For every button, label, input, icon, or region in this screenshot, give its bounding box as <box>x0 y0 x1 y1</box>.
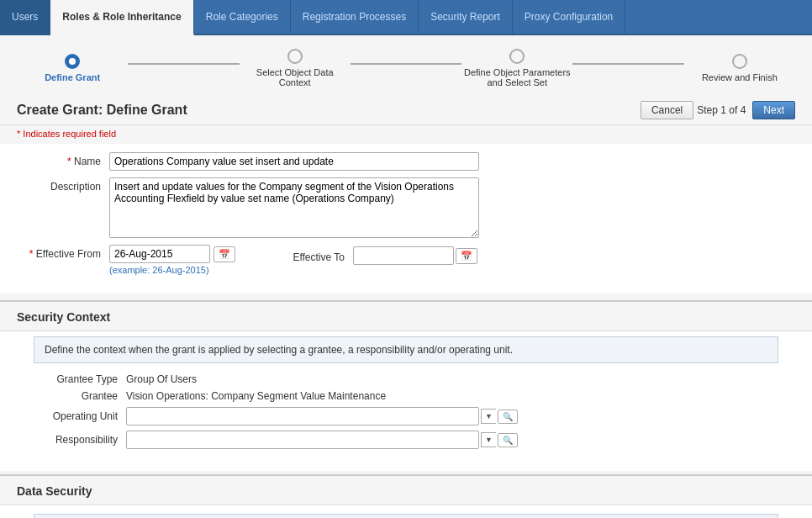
security-context-section-header: Security Context <box>0 300 812 330</box>
name-input[interactable] <box>109 152 479 171</box>
header-actions: Cancel Step 1 of 4 Next <box>641 101 795 119</box>
operating-unit-label: Operating Unit <box>34 410 126 422</box>
responsibility-label: Responsibility <box>34 434 126 446</box>
step-4-label: Review and Finish <box>702 72 778 82</box>
step-1-label: Define Grant <box>45 72 100 82</box>
main-content: Define Grant Select Object Data Context … <box>0 35 812 518</box>
calendar-to-button[interactable]: 📅 <box>456 248 477 264</box>
responsibility-dropdown-btn[interactable]: ▼ <box>481 432 496 447</box>
date-example: (example: 26-Aug-2015) <box>109 265 235 275</box>
wizard-connector-2 <box>351 63 461 65</box>
tab-security-report[interactable]: Security Report <box>419 0 513 34</box>
description-row: Description Insert and update values for… <box>17 177 795 238</box>
operating-unit-row: Operating Unit ▼ 🔍 <box>34 407 778 426</box>
grantee-row: Grantee Vision Operations: Company Segme… <box>34 390 778 402</box>
step-2-circle <box>287 49 303 64</box>
operating-unit-input[interactable] <box>126 407 479 426</box>
responsibility-input-wrapper: ▼ 🔍 <box>126 431 518 449</box>
grantee-type-label: Grantee Type <box>34 373 126 385</box>
wizard-step-4: Review and Finish <box>684 54 795 82</box>
effective-to-group: Effective To 📅 <box>286 245 477 265</box>
operating-unit-search-btn[interactable]: 🔍 <box>498 410 518 424</box>
page-title: Create Grant: Define Grant <box>17 103 187 118</box>
tab-registration[interactable]: Registration Processes <box>291 0 419 34</box>
page-header: Create Grant: Define Grant Cancel Step 1… <box>0 94 812 125</box>
security-context-section: Define the context when the grant is app… <box>0 330 812 471</box>
operating-unit-dropdown-btn[interactable]: ▼ <box>481 409 496 424</box>
data-security-section: To define a data security policy, select… <box>0 505 812 518</box>
effective-from-wrapper: 📅 (example: 26-Aug-2015) <box>109 245 235 275</box>
wizard-steps: Define Grant Select Object Data Context … <box>0 35 812 94</box>
wizard-step-1: Define Grant <box>17 54 128 82</box>
effective-from-input[interactable] <box>109 245 210 263</box>
step-indicator: Step 1 of 4 <box>697 104 746 116</box>
security-context-inner: Define the context when the grant is app… <box>0 331 812 471</box>
effective-from-label: * Effective From <box>17 245 109 260</box>
step-1-circle <box>65 54 80 69</box>
tab-roles[interactable]: Roles & Role Inheritance <box>50 0 193 35</box>
step-2-label: Select Object Data Context <box>240 67 351 87</box>
next-button[interactable]: Next <box>752 101 795 119</box>
context-form: Grantee Type Group Of Users Grantee Visi… <box>17 370 795 462</box>
grantee-label: Grantee <box>34 390 126 402</box>
data-security-info: To define a data security policy, select… <box>34 514 778 518</box>
name-required-star: * <box>67 156 74 167</box>
grantee-type-row: Grantee Type Group Of Users <box>34 373 778 385</box>
required-text: Indicates required field <box>23 129 116 139</box>
security-context-info: Define the context when the grant is app… <box>34 336 778 363</box>
responsibility-input[interactable] <box>126 431 479 449</box>
cancel-button[interactable]: Cancel <box>641 101 693 119</box>
step-4-circle <box>732 54 747 69</box>
tab-categories[interactable]: Role Categories <box>194 0 291 34</box>
date-from-inner: 📅 <box>109 245 235 263</box>
dates-row: * Effective From 📅 (example: 26-Aug-2015… <box>17 245 795 275</box>
eff-from-required-star: * <box>29 248 36 260</box>
name-label: * Name <box>17 152 109 167</box>
wizard-connector-1 <box>128 63 239 65</box>
tab-users[interactable]: Users <box>0 0 50 34</box>
data-security-inner: To define a data security policy, select… <box>0 505 812 518</box>
calendar-from-button[interactable]: 📅 <box>214 246 235 262</box>
wizard-step-2: Select Object Data Context <box>240 49 351 87</box>
responsibility-row: Responsibility ▼ 🔍 <box>34 431 778 449</box>
step-3-label: Define Object Parameters and Select Set <box>461 67 572 87</box>
tab-proxy[interactable]: Proxy Configuration <box>513 0 625 34</box>
main-form: * Name Description Insert and update val… <box>0 144 812 293</box>
description-label: Description <box>17 177 109 193</box>
effective-to-label: Effective To <box>286 248 353 263</box>
required-asterisk: * <box>17 129 20 139</box>
data-security-header: Data Security <box>0 474 812 505</box>
grantee-type-value: Group Of Users <box>126 373 197 385</box>
grantee-value: Vision Operations: Company Segment Value… <box>126 390 386 402</box>
required-notice: * Indicates required field <box>0 125 812 144</box>
responsibility-search-btn[interactable]: 🔍 <box>498 433 518 447</box>
name-row: * Name <box>17 152 795 171</box>
wizard-connector-3 <box>572 63 683 65</box>
operating-unit-input-wrapper: ▼ 🔍 <box>126 407 518 426</box>
top-navigation: Users Roles & Role Inheritance Role Cate… <box>0 0 812 35</box>
wizard-step-3: Define Object Parameters and Select Set <box>461 49 572 87</box>
description-textarea[interactable]: Insert and update values for the Company… <box>109 177 479 238</box>
step-3-circle <box>509 49 525 64</box>
effective-to-input[interactable] <box>353 246 454 265</box>
